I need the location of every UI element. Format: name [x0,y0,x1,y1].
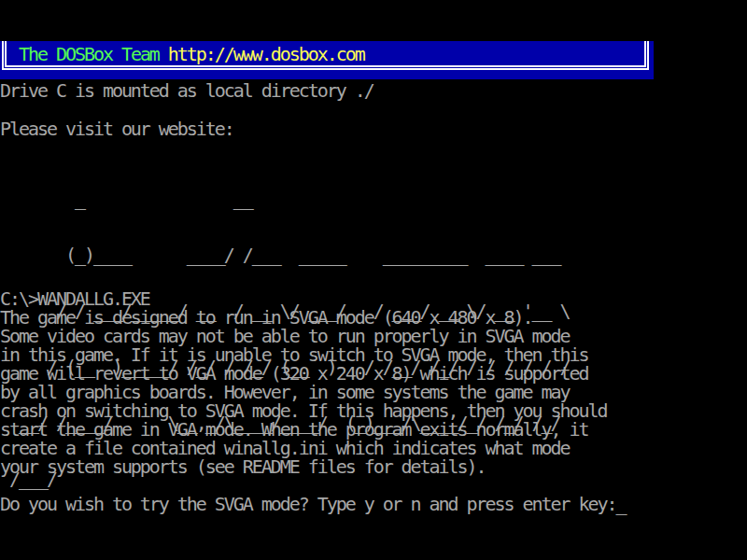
ascii-art-line: _ __ [0,189,569,208]
output-line: by all graphics boards. However, in some… [0,383,606,401]
website-line: Please visit our website: [0,119,233,138]
ascii-art-line: (_)____ ____/ /___ _____ _________ ____ … [0,245,569,264]
prompt-text: Do you wish to try the SVGA mode? Type y… [0,493,615,515]
output-line: game will revert to VGA mode (320 x 240 … [0,364,606,383]
program-output: C:\>WANDALLG.EXE The game is designed to… [0,289,606,476]
dos-console-screen: The DOSBox Team http://www.dosbox.com Dr… [0,0,747,560]
svga-prompt-line[interactable]: Do you wish to try the SVGA mode? Type y… [0,495,625,513]
output-line: your system supports (see README files f… [0,457,606,476]
output-line: The game is designed to run in SVGA mode… [0,308,606,327]
output-line: crash on switching to SVGA mode. If this… [0,401,606,420]
command-line: C:\>WANDALLG.EXE [0,289,606,308]
dosbox-banner: The DOSBox Team http://www.dosbox.com [0,41,654,79]
banner-text: The DOSBox Team http://www.dosbox.com [19,45,364,63]
dosbox-team-label: The DOSBox Team [19,43,168,65]
dosbox-url-text: http://www.dosbox.com [168,43,364,65]
drive-mount-line: Drive C is mounted as local directory ./ [0,81,374,100]
output-line: start the game in VGA mode. When the pro… [0,420,606,439]
text-cursor[interactable]: _ [615,493,625,515]
output-line: Some video cards may not be able to run … [0,327,606,345]
output-line: create a file contained winallg.ini whic… [0,439,606,457]
output-line: in this game. If it is unable to switch … [0,345,606,364]
